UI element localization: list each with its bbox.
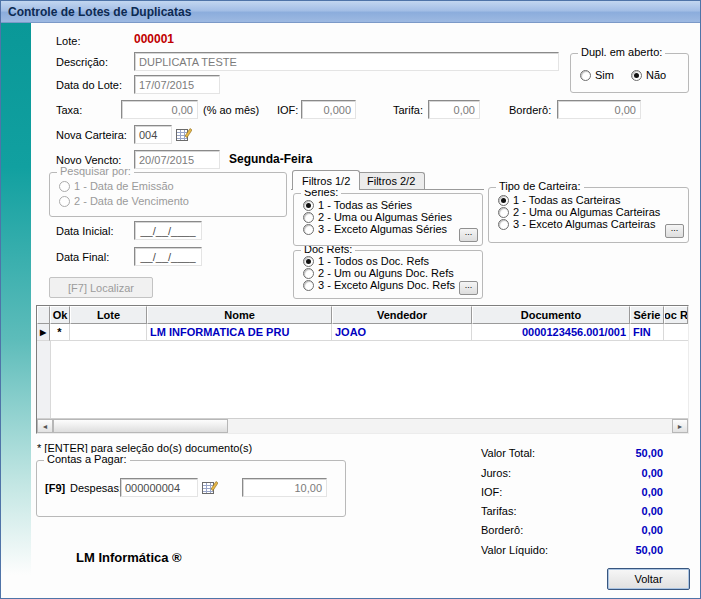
scrollbar-thumb[interactable]: [53, 419, 228, 433]
tarifas-label: Tarifas:: [481, 505, 516, 517]
grid-col-documento[interactable]: Documento: [472, 306, 630, 324]
dupl-aberto-sim-label: Sim: [595, 69, 614, 81]
novo-vencto-weekday: Segunda-Feira: [229, 153, 312, 166]
grid-col-ok[interactable]: Ok: [50, 306, 70, 324]
descricao-label: Descrição:: [56, 56, 108, 69]
grid-col-nome[interactable]: Nome: [147, 306, 332, 324]
bordero-input[interactable]: 0,00: [557, 100, 641, 119]
despesas-valor-input[interactable]: 10,00: [242, 478, 327, 497]
valor-liquido-label: Valor Líquido:: [481, 544, 548, 556]
nova-carteira-lookup-button[interactable]: [175, 126, 193, 143]
carteira-option-2[interactable]: 2 - Uma ou Algumas Carteiras: [498, 206, 660, 218]
row-marker-icon: ▶: [37, 324, 50, 341]
cell-ok[interactable]: *: [50, 324, 70, 341]
iof-total-label: IOF:: [481, 486, 502, 498]
grid-col-lote[interactable]: Lote: [70, 306, 147, 324]
cell-documento[interactable]: 0000123456.001/001: [472, 324, 630, 341]
carteira-more-button[interactable]: ...: [665, 224, 684, 238]
nova-carteira-input[interactable]: 004: [134, 125, 172, 144]
title-bar[interactable]: Controle de Lotes de Duplicatas: [1, 1, 700, 23]
tab-filtros-2[interactable]: Filtros 2/2: [357, 172, 425, 189]
docrefs-more-button[interactable]: ...: [459, 281, 478, 295]
carteira-option-3[interactable]: 3 - Exceto Algumas Carteiras: [498, 218, 655, 230]
radio-icon: [303, 212, 314, 223]
taxa-input[interactable]: 0,00: [121, 100, 198, 119]
radio-icon: [631, 70, 642, 81]
grid-row-1[interactable]: ▶ * LM INFORMATICA DE PRU JOAO 000012345…: [37, 324, 688, 341]
pesquisar-vencimento-label: 2 - Data de Vencimento: [74, 195, 189, 207]
grid-col-vendedor[interactable]: Vendedor: [332, 306, 472, 324]
scroll-right-icon[interactable]: ►: [672, 419, 688, 433]
valor-total-value: 50,00: [553, 447, 663, 459]
grid-header: Ok Lote Nome Vendedor Documento Série oc…: [37, 306, 688, 324]
docrefs-option-1[interactable]: 1 - Todos os Doc. Refs: [303, 255, 429, 267]
pesquisar-por-legend: Pesquisar por:: [57, 165, 134, 178]
radio-icon: [303, 224, 314, 235]
juros-value: 0,00: [553, 467, 663, 479]
cell-vendedor[interactable]: JOAO: [332, 324, 472, 341]
tarifa-input[interactable]: 0,00: [428, 100, 480, 119]
docrefs-option-2-label: 2 - Um ou Alguns Doc. Refs: [318, 267, 454, 279]
radio-icon: [303, 200, 314, 211]
tipo-carteira-group: Tipo de Carteira: 1 - Todas as Carteiras…: [488, 187, 689, 243]
iof-input[interactable]: 0,000: [301, 100, 356, 119]
cell-nome[interactable]: LM INFORMATICA DE PRU: [147, 324, 332, 341]
iof-label: IOF:: [277, 104, 298, 117]
docrefs-option-2[interactable]: 2 - Um ou Alguns Doc. Refs: [303, 267, 454, 279]
despesas-input[interactable]: 000000004: [120, 478, 198, 497]
cell-lote[interactable]: [70, 324, 147, 341]
tab-filtros-1[interactable]: Filtros 1/2: [292, 170, 360, 190]
scroll-left-icon[interactable]: ◄: [37, 419, 53, 433]
dupl-aberto-nao-label: Não: [646, 69, 666, 81]
voltar-button[interactable]: Voltar: [607, 568, 690, 590]
series-more-button[interactable]: ...: [459, 228, 478, 242]
radio-icon: [580, 70, 591, 81]
bordero-total-value: 0,00: [553, 524, 663, 536]
brand-text: LM Informática ®: [76, 550, 182, 565]
calculator-edit-icon: [202, 480, 218, 495]
window-title: Controle de Lotes de Duplicatas: [8, 5, 191, 19]
series-option-1[interactable]: 1 - Todas as Séries: [303, 199, 412, 211]
grid-col-docrefs[interactable]: oc R: [664, 306, 688, 324]
docrefs-option-3-label: 3 - Exceto Alguns Doc. Refs: [318, 279, 455, 291]
series-option-1-label: 1 - Todas as Séries: [318, 199, 412, 211]
dupl-em-aberto-group: Dupl. em aberto: Sim Não: [570, 53, 689, 93]
pesquisar-option-emissao[interactable]: 1 - Data de Emissão: [59, 180, 174, 192]
carteira-option-1[interactable]: 1 - Todas as Carteiras: [498, 194, 620, 206]
data-final-input[interactable]: __/__/____: [134, 247, 202, 266]
radio-icon: [498, 195, 509, 206]
nova-carteira-label: Nova Carteira:: [56, 129, 127, 142]
grid-col-serie[interactable]: Série: [630, 306, 664, 324]
radio-icon: [498, 207, 509, 218]
iof-total-value: 0,00: [553, 486, 663, 498]
data-final-label: Data Final:: [56, 251, 109, 264]
pesquisar-emissao-label: 1 - Data de Emissão: [74, 180, 174, 192]
descricao-input[interactable]: DUPLICATA TESTE: [134, 52, 559, 71]
radio-icon: [303, 280, 314, 291]
pesquisar-option-vencimento[interactable]: 2 - Data de Vencimento: [59, 195, 189, 207]
data-inicial-label: Data Inicial:: [56, 225, 113, 238]
grid-indicator-header: [37, 306, 50, 324]
lote-value: 000001: [134, 33, 174, 46]
scrollbar-track[interactable]: [228, 419, 672, 433]
docrefs-option-3[interactable]: 3 - Exceto Alguns Doc. Refs: [303, 279, 455, 291]
radio-icon: [59, 181, 70, 192]
form-content: Lote: 000001 Descrição: DUPLICATA TESTE …: [1, 23, 700, 598]
contas-a-pagar-legend: Contas a Pagar:: [44, 453, 130, 466]
dupl-aberto-option-nao[interactable]: Não: [631, 69, 666, 81]
localizar-button[interactable]: [F7] Localizar: [49, 277, 153, 298]
series-option-2[interactable]: 2 - Uma ou Algumas Séries: [303, 211, 452, 223]
despesas-lookup-button[interactable]: [201, 479, 219, 496]
radio-icon: [303, 268, 314, 279]
f9-key-label: [F9]: [45, 482, 65, 495]
data-lote-input[interactable]: 17/07/2015: [134, 75, 220, 94]
despesas-label: Despesas:: [70, 482, 122, 495]
series-option-3[interactable]: 3 - Exceto Algumas Séries: [303, 223, 447, 235]
cell-docref[interactable]: [664, 324, 688, 341]
grid-horizontal-scrollbar[interactable]: ◄ ►: [37, 418, 688, 433]
cell-serie[interactable]: FIN: [630, 324, 664, 341]
data-inicial-input[interactable]: __/__/____: [134, 221, 202, 240]
tarifas-value: 0,00: [553, 505, 663, 517]
dupl-aberto-option-sim[interactable]: Sim: [580, 69, 614, 81]
novo-vencto-input[interactable]: 20/07/2015: [134, 150, 220, 169]
